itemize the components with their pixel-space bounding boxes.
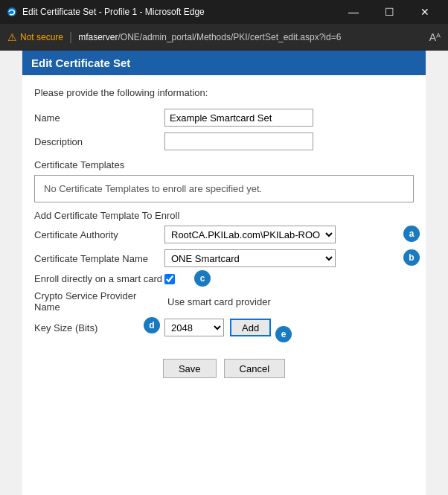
button-row: Save Cancel [34, 359, 414, 393]
window-controls: — ☐ ✕ [336, 0, 442, 24]
save-button[interactable]: Save [163, 359, 217, 378]
warning-icon: ⚠ [7, 31, 17, 43]
callout-d: d [144, 317, 160, 333]
add-button[interactable]: Add [230, 319, 271, 336]
name-input[interactable] [164, 109, 313, 127]
maximize-button[interactable]: ☐ [372, 0, 406, 24]
content-area: Please provide the following information… [22, 75, 426, 405]
not-secure-text: Not secure [20, 32, 63, 42]
ca-label: Certificate Authority [34, 229, 164, 240]
cert-templates-placeholder: No Certificate Templates to enroll are s… [44, 183, 262, 194]
minimize-button[interactable]: — [336, 0, 371, 24]
edge-icon [6, 6, 18, 18]
crypto-row: Crypto Service Provider Name Use smart c… [34, 290, 414, 313]
instruction-text: Please provide the following information… [34, 87, 414, 98]
cert-templates-label: Certificate Templates [34, 159, 414, 170]
cancel-button[interactable]: Cancel [224, 359, 285, 378]
callout-b: b [403, 249, 420, 266]
address-url[interactable]: mfaserver/ONE/admin_portal/Methods/PKI/c… [78, 32, 420, 42]
reader-view-icon[interactable]: Aᴬ [429, 31, 441, 43]
enroll-checkbox[interactable] [164, 274, 175, 284]
add-section-label: Add Certificate Template To Enroll [34, 210, 414, 221]
cert-templates-box: No Certificate Templates to enroll are s… [34, 175, 414, 202]
name-label: Name [34, 112, 164, 124]
crypto-label: Crypto Service Provider Name [34, 290, 164, 313]
main-window: Edit Certificate Set Please provide the … [22, 51, 426, 495]
callout-e: e [275, 326, 292, 342]
enroll-row: Enroll directly on a smart card c [34, 273, 414, 284]
page-header: Edit Certificate Set [22, 51, 426, 75]
template-name-select[interactable]: ONE Smartcard [164, 249, 336, 267]
url-prefix: mfaserver [78, 32, 118, 42]
key-size-select[interactable]: 1024 2048 4096 [164, 319, 224, 336]
address-bar: ⚠ Not secure | mfaserver/ONE/admin_porta… [0, 24, 448, 51]
page-title: Edit Certificate Set [31, 57, 130, 69]
callout-c: c [194, 270, 211, 287]
description-row: Description [34, 132, 414, 150]
title-bar: Edit Certificate Set - Profile 1 - Micro… [0, 0, 448, 24]
crypto-value: Use smart card provider [167, 296, 271, 307]
url-path: /ONE/admin_portal/Methods/PKI/certSet_ed… [118, 32, 342, 42]
ca-select[interactable]: RootCA.PKILab.com\PKILab-ROOTCA-CA-1 [164, 226, 336, 243]
window-title: Edit Certificate Set - Profile 1 - Micro… [22, 7, 336, 17]
description-label: Description [34, 136, 164, 147]
address-separator: | [69, 31, 72, 44]
template-name-row: Certificate Template Name ONE Smartcard … [34, 249, 414, 267]
enroll-label: Enroll directly on a smart card [34, 273, 164, 284]
not-secure-badge: ⚠ Not secure [7, 31, 63, 43]
description-input[interactable] [164, 132, 313, 150]
template-name-label: Certificate Template Name [34, 253, 164, 264]
name-row: Name [34, 109, 414, 127]
close-button[interactable]: ✕ [408, 0, 442, 24]
ca-row: Certificate Authority RootCA.PKILab.com\… [34, 226, 414, 243]
key-size-row: Key Size (Bits) d 1024 2048 4096 Add e [34, 319, 414, 336]
callout-a: a [403, 226, 420, 242]
